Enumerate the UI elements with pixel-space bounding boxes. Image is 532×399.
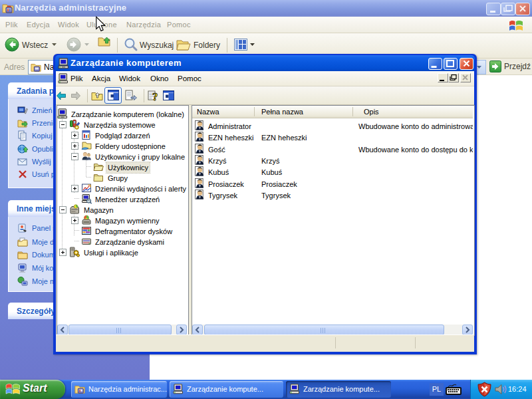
svg-text:?: ? bbox=[152, 90, 158, 102]
